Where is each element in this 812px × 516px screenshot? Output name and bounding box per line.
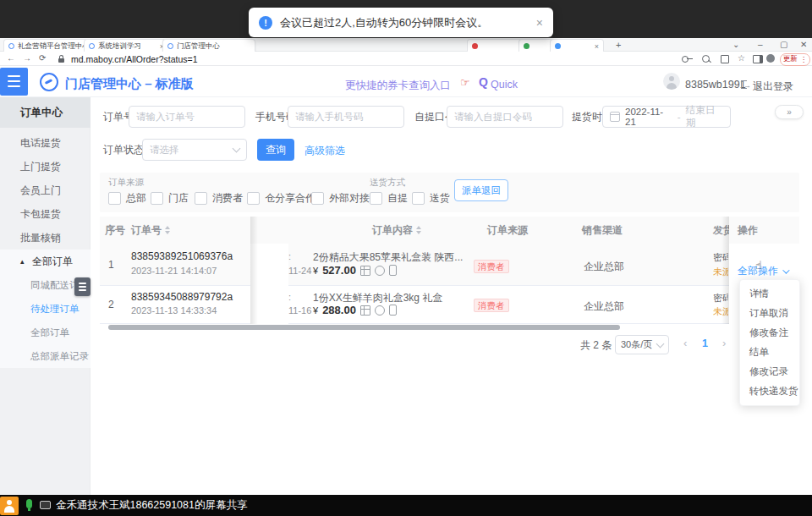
print-icon[interactable] — [360, 305, 370, 316]
side-panel-icon[interactable] — [753, 55, 763, 63]
checkbox-icon[interactable] — [370, 192, 382, 205]
calendar-icon — [610, 112, 620, 122]
checkbox-source-hq[interactable]: 总部 — [108, 191, 146, 206]
mobile-icon[interactable] — [389, 265, 397, 276]
delivery-method-label: 送货方式 — [370, 177, 405, 189]
checkbox-source-consumer[interactable]: 消费者 — [195, 191, 243, 206]
mobile-icon[interactable] — [389, 305, 397, 316]
col-header-content[interactable]: 订单内容 — [372, 217, 421, 244]
advanced-filter-link[interactable]: 高级筛选 — [304, 144, 345, 158]
browser-tab-6[interactable]: × — [550, 39, 604, 52]
phone-input[interactable] — [288, 106, 404, 128]
checkbox-icon[interactable] — [412, 192, 425, 205]
microphone-icon[interactable] — [26, 499, 32, 508]
sidebar-item-hq-dispatch-records[interactable]: 总部派单记录 — [0, 344, 91, 368]
pickup-code-input[interactable] — [447, 106, 563, 128]
tab-close-icon[interactable]: × — [591, 42, 599, 51]
dispatch-return-button[interactable]: 派单退回 — [454, 179, 508, 201]
sort-icon[interactable] — [165, 226, 170, 234]
share-icon[interactable] — [721, 55, 729, 63]
menu-item-edit-note[interactable]: 修改备注 — [740, 323, 799, 343]
menu-item-express-ship[interactable]: 转快递发货 — [740, 382, 799, 401]
prev-page-button[interactable]: ‹ — [683, 337, 687, 349]
checkbox-delivery[interactable]: 送货 — [412, 191, 450, 206]
meeting-toast: ! 会议已超过2人,自动转为60分钟限时会议。 × — [249, 8, 553, 37]
clipped-date-fragment: 11-16 — [288, 305, 311, 316]
toast-close-icon[interactable]: × — [536, 17, 543, 29]
zoom-icon[interactable] — [702, 55, 710, 63]
browser-tab-4[interactable] — [467, 39, 526, 52]
reload-icon[interactable]: ⟳ — [39, 53, 46, 63]
browser-tab-2[interactable]: 系统培训学习 × — [84, 39, 169, 52]
checkbox-icon[interactable] — [311, 192, 324, 205]
search-button[interactable]: 查询 — [257, 139, 294, 161]
browser-update-button[interactable]: 更新 ⋮ — [780, 53, 810, 66]
quick-link[interactable]: Quick — [491, 79, 518, 91]
window-minimize-button[interactable]: – — [758, 40, 763, 50]
checkbox-self-pickup[interactable]: 自提 — [370, 191, 408, 206]
sidebar-item-batch-verify[interactable]: 批量核销 — [0, 226, 91, 250]
url-text[interactable]: md.maboy.cn/AllOrder?status=1 — [71, 54, 198, 64]
browser-menu-caret-icon[interactable]: ⌄ — [732, 40, 739, 50]
current-page[interactable]: 1 — [702, 338, 708, 349]
back-icon[interactable]: ← — [7, 53, 15, 63]
col-header-label: 订单内容 — [372, 217, 413, 244]
browser-profile-avatar[interactable] — [766, 54, 775, 63]
order-no-input[interactable] — [129, 106, 245, 128]
sidebar-item-pending-orders[interactable]: 待处理订单 — [0, 297, 91, 321]
drawer-handle[interactable] — [74, 277, 91, 296]
sidebar-item-card-pickup[interactable]: 卡包提货 — [0, 202, 91, 226]
checkbox-label: 送货 — [430, 191, 450, 206]
key-icon[interactable] — [682, 56, 689, 63]
start-date-value[interactable]: 2022-11-21 — [625, 107, 672, 127]
forward-icon[interactable]: → — [23, 53, 31, 63]
sidebar-section-order-center[interactable]: 订单中心 — [0, 97, 91, 128]
menu-item-details[interactable]: 详情 — [740, 284, 799, 304]
new-tab-button[interactable]: + — [616, 40, 621, 50]
coupon-query-entry-link[interactable]: 更快捷的券卡查询入口 — [345, 79, 451, 93]
package-icon[interactable] — [375, 266, 385, 276]
all-actions-dropdown-trigger[interactable]: 全部操作 — [738, 264, 787, 278]
window-close-button[interactable]: ✕ — [800, 40, 807, 50]
sidebar-group-all-orders[interactable]: 全部订单 — [0, 250, 91, 273]
order-status-select[interactable]: 请选择 — [142, 139, 247, 161]
browser-tab-3-active[interactable]: 门店管理中心 — [162, 39, 255, 52]
window-restore-button[interactable]: ▢ — [780, 40, 787, 50]
menu-item-settle[interactable]: 结单 — [740, 343, 799, 362]
sidebar-item-door-pickup[interactable]: 上门提货 — [0, 155, 91, 178]
collapse-toolbar-button[interactable]: » — [775, 105, 804, 119]
next-page-button[interactable]: › — [722, 337, 726, 349]
menu-item-cancel-order[interactable]: 订单取消 — [740, 304, 799, 323]
browser-tab-1[interactable]: 礼盒营销平台管理中心 × — [3, 39, 91, 52]
order-number: 83859389251069376a — [131, 250, 233, 262]
yen-symbol: ¥ — [313, 305, 318, 316]
screen-share-icon — [40, 501, 51, 509]
user-avatar[interactable] — [663, 73, 680, 90]
bookmark-star-icon[interactable]: ☆ — [738, 53, 745, 63]
logout-button[interactable]: 退出登录 — [753, 80, 793, 94]
date-range-picker[interactable]: 2022-11-21 - 结束日期 — [602, 106, 731, 128]
hamburger-menu-button[interactable] — [0, 68, 28, 96]
checkbox-source-external[interactable]: 外部对接 — [311, 191, 370, 206]
page-size-select[interactable]: 30条/页 — [615, 335, 669, 354]
print-icon[interactable] — [360, 266, 370, 276]
sort-icon[interactable] — [416, 226, 421, 234]
sidebar-item-phone-pickup[interactable]: 电话提货 — [0, 131, 91, 155]
sidebar-item-member-visit[interactable]: 会员上门 — [0, 178, 91, 202]
checkbox-icon[interactable] — [247, 192, 260, 205]
checkbox-source-warehouse-share[interactable]: 仓分享合作 — [247, 191, 315, 206]
badge-label: 消费者 — [474, 260, 509, 273]
package-icon[interactable] — [375, 305, 385, 316]
sidebar-item-all-orders[interactable]: 全部订单 — [0, 321, 91, 344]
checkbox-icon[interactable] — [195, 192, 207, 205]
menu-item-edit-history[interactable]: 修改记录 — [740, 362, 799, 382]
checkbox-icon[interactable] — [151, 192, 163, 205]
chevron-down-icon — [233, 145, 241, 153]
horizontal-scrollbar[interactable] — [108, 325, 620, 330]
col-header-order-no[interactable]: 订单号 — [131, 217, 170, 244]
checkbox-source-store[interactable]: 门店 — [151, 191, 189, 206]
quick-q-icon[interactable]: Q — [479, 75, 488, 89]
end-date-placeholder[interactable]: 结束日期 — [686, 104, 723, 129]
tab-title: 系统培训学习 — [98, 41, 141, 52]
checkbox-icon[interactable] — [108, 192, 121, 205]
